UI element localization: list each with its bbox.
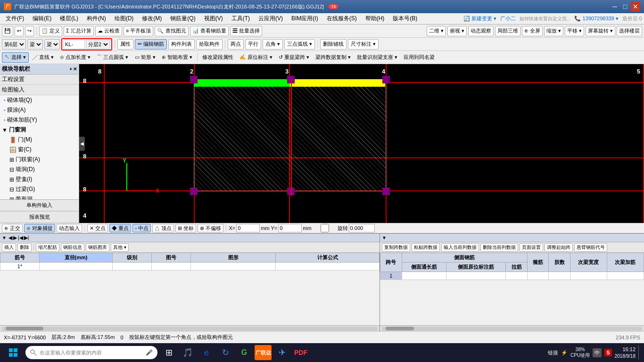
floor-select[interactable]: 第6层 (2, 39, 26, 49)
left-scroll-track[interactable] (2, 327, 378, 330)
taskbar-app-pdf[interactable]: PDF (292, 344, 309, 361)
sidebar-item-niche[interactable]: ⊞ 壁龛(I) (0, 174, 79, 184)
three-arc-btn[interactable]: 三点弧线 ▾ (284, 39, 315, 49)
sidebar-item-masonry-wall[interactable]: ▪ 砌体墙(Q) (0, 95, 79, 105)
menu-draw[interactable]: 绘图(D) (111, 14, 138, 24)
collapse-left-btn[interactable]: ▼ (2, 235, 7, 240)
scale-steel-btn[interactable]: 缩尺配筋 (36, 243, 59, 252)
menu-edit[interactable]: 编辑(E) (29, 14, 55, 24)
undo-btn[interactable]: ↩ (15, 26, 24, 36)
taskbar-app-browser2[interactable]: ↻ (217, 344, 234, 361)
assistant-btn[interactable]: 广小二 (500, 15, 516, 22)
copy-span-btn[interactable]: 梁跨数据复制 ▾ (313, 52, 353, 63)
panel-nav-prev[interactable]: ◀ (8, 235, 12, 241)
del-col-data-btn[interactable]: 删除当前列数据 (480, 243, 518, 252)
new-change-btn[interactable]: 🔄 新建变更 ▾ (463, 15, 496, 22)
top-view-btn[interactable]: 俯视 ▾ (447, 26, 467, 36)
modify-beam-seg-btn[interactable]: 修改梁段属性 (200, 52, 236, 63)
menu-online[interactable]: 在线服务(S) (323, 14, 361, 24)
maximize-btn[interactable]: □ (620, 2, 630, 11)
copy-span-data-btn[interactable]: 复制跨数据 (382, 243, 410, 252)
menu-version[interactable]: 版本号(B) (389, 14, 421, 24)
snap-vertex-btn[interactable]: △ 顶点 (152, 224, 174, 232)
tray-link[interactable]: 链接 (548, 349, 558, 356)
menu-file[interactable]: 文件(F) (2, 14, 28, 24)
snap-intersection-btn[interactable]: ✕ 交点 (87, 224, 108, 232)
page-setup-btn[interactable]: 页面设置 (520, 243, 543, 252)
start-button[interactable] (4, 344, 23, 361)
type-select[interactable]: 梁 (27, 39, 43, 49)
snap-object-btn[interactable]: ⊙ 对象捕捉 (24, 224, 55, 232)
element-list-btn[interactable]: 构件列表 (168, 39, 195, 49)
project-settings-btn[interactable]: 工程设置 (0, 74, 79, 85)
zoom-btn[interactable]: 缩放 ▾ (544, 26, 563, 36)
close-btn[interactable]: ✕ (631, 2, 640, 11)
inplace-note-btn[interactable]: ✍ 原位标注 ▾ (237, 52, 275, 63)
two-point-btn[interactable]: 两点 (228, 39, 244, 49)
drawing-input-btn[interactable]: 绘图输入 (0, 85, 79, 95)
three-circle-btn[interactable]: ⌒ 三点圆弧 ▾ (94, 52, 131, 63)
sidebar-item-membrane[interactable]: ▪ 膜涂(A) (0, 105, 79, 115)
sidebar-expand-icon[interactable]: + (69, 66, 72, 72)
search-input[interactable] (40, 350, 143, 355)
snap-nooffset-btn[interactable]: ⊗ 不偏移 (198, 224, 223, 232)
2d-view-btn[interactable]: 二维 ▾ (427, 26, 446, 36)
report-preview-btn[interactable]: 报表预览 (0, 211, 79, 223)
snap-orthogonal-btn[interactable]: ⊕ 正交 (2, 224, 23, 232)
pan-btn[interactable]: 平移 ▾ (565, 26, 584, 36)
sidebar-item-masonry-steel[interactable]: ▪ 砌体加筋(Y) (0, 115, 79, 125)
phone-btn[interactable]: 📞 13907298339 ▾ (574, 16, 618, 22)
edit-steel-btn[interactable]: ✏ 编辑钢筋 (135, 39, 167, 49)
sidebar-item-strip-hole[interactable]: ⊞ 带形洞 (0, 194, 79, 199)
batch-id-btn[interactable]: 批量识别梁支座 ▾ (355, 52, 400, 63)
properties-btn[interactable]: 属性 (117, 39, 133, 49)
menu-bim[interactable]: BIM应用(I) (288, 14, 322, 24)
rotate-checkbox[interactable] (313, 224, 337, 232)
taskbar-app-ie[interactable]: e (198, 344, 215, 361)
input-col-data-btn[interactable]: 输入当前列数据 (441, 243, 479, 252)
select-btn[interactable]: ↖ 选择 ▾ (2, 52, 29, 63)
point-extend-btn[interactable]: ⊙ 点加长度 ▾ (58, 52, 93, 63)
partial-3d-btn[interactable]: 局部三维 (495, 26, 520, 36)
sidebar-close-icon[interactable]: ✕ (73, 66, 77, 72)
batch-select-btn[interactable]: ☰ 批量选择 (230, 26, 262, 36)
del-aux-btn[interactable]: 删除辅线 (320, 39, 347, 49)
beam-name-input[interactable] (64, 40, 85, 49)
sidebar-item-window[interactable]: 🪟 窗(C) (0, 145, 79, 155)
coins-btn[interactable]: 造价豆:0 (622, 15, 642, 22)
single-element-btn[interactable]: 单构件输入 (0, 200, 79, 211)
fullscreen-btn[interactable]: ⊕ 全屏 (522, 26, 543, 36)
menu-help[interactable]: 帮助(H) (362, 14, 388, 24)
select-floor-btn[interactable]: 选择楼层 (617, 26, 642, 36)
tray-input[interactable]: S (604, 349, 611, 356)
sidebar-item-door[interactable]: 🚪 门(M) (0, 135, 79, 145)
left-scroll-thumb[interactable] (6, 327, 43, 330)
left-panel-scrollbar[interactable] (0, 325, 380, 331)
section-select[interactable]: 分层2 (86, 40, 110, 49)
tray-show-desktop[interactable] (638, 346, 640, 360)
taskbar-app-chrome[interactable]: G (236, 344, 253, 361)
apply-same-btn[interactable]: 应用到同名梁 (401, 52, 437, 63)
rotate-btn[interactable]: 屏幕旋转 ▾ (586, 26, 615, 36)
taskbar-app-music[interactable]: 🎵 (179, 344, 196, 361)
minimize-btn[interactable]: ─ (610, 2, 619, 11)
snap-center-btn[interactable]: ◦ 中点 (132, 224, 151, 232)
cantilever-code-btn[interactable]: 悬臂钢筋代号 (574, 243, 607, 252)
paste-span-data-btn[interactable]: 粘贴跨数据 (412, 243, 440, 252)
taskbar-app-ggj[interactable]: 广联达 (255, 345, 272, 360)
sidebar-item-wall-hole[interactable]: ⊟ 墙洞(D) (0, 165, 79, 174)
sidebar-item-door-window[interactable]: ▼ 门窗洞 (0, 125, 79, 135)
sidebar-item-overbeam[interactable]: ⊟ 过梁(G) (0, 184, 79, 194)
dynamic-view-btn[interactable]: 动态观察 (468, 26, 494, 36)
search-box[interactable]: 🎤 (25, 346, 157, 359)
save-btn[interactable]: 💾 (2, 26, 13, 36)
taskbar-app-taskview[interactable]: ⊞ (160, 344, 177, 361)
steel-library-btn[interactable]: 钢筋图库 (86, 243, 109, 252)
tray-network[interactable]: ⚡ (561, 350, 568, 356)
panel-nav-last[interactable]: ▶| (24, 235, 29, 241)
parallel-btn[interactable]: 平行 (245, 39, 261, 49)
menu-element[interactable]: 构件(N) (83, 14, 110, 24)
quick-layout-btn[interactable]: 如何快速布置自定义范... (520, 16, 570, 22)
panel-nav-next[interactable]: ▶ (13, 235, 17, 241)
rect-btn[interactable]: ▭ 矩形 ▾ (132, 52, 158, 63)
